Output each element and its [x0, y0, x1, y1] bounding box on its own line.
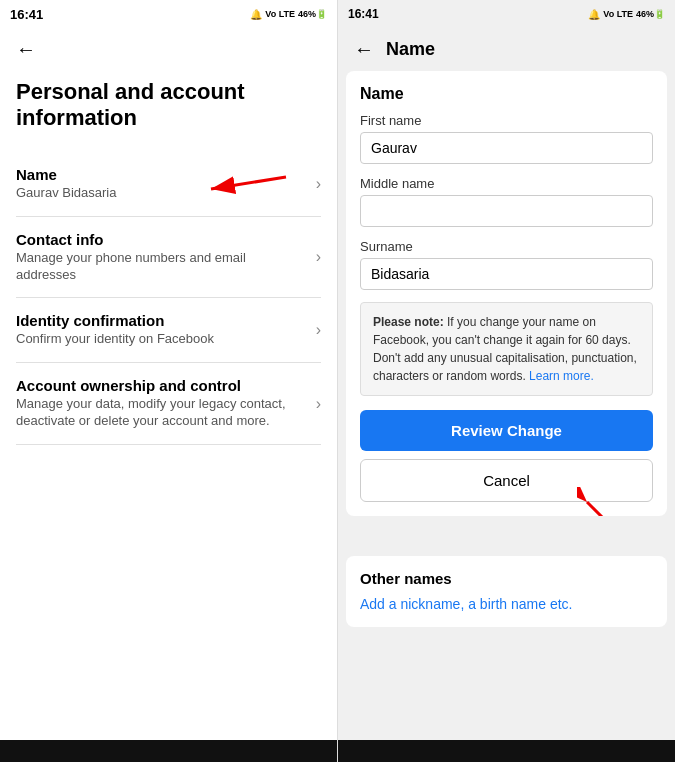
first-name-group: First name: [346, 113, 667, 176]
battery-icon: 46%🔋: [298, 9, 327, 19]
chevron-icon-contact: ›: [316, 248, 321, 266]
arrow-spacer: [346, 526, 667, 556]
cancel-container: Cancel: [346, 459, 667, 502]
first-name-input[interactable]: [360, 132, 653, 164]
menu-item-contact-text: Contact info Manage your phone numbers a…: [16, 231, 308, 284]
notification-icon: 🔔: [250, 9, 262, 20]
back-button-right[interactable]: ←: [354, 38, 374, 61]
chevron-icon-account: ›: [316, 395, 321, 413]
page-title: Personal and account information: [16, 79, 321, 132]
menu-item-contact-subtitle: Manage your phone numbers and email addr…: [16, 250, 308, 284]
menu-item-identity-text: Identity confirmation Confirm your ident…: [16, 312, 308, 348]
signal-icon-right: Vo LTE: [603, 9, 633, 19]
chevron-icon-identity: ›: [316, 321, 321, 339]
menu-item-account-subtitle: Manage your data, modify your legacy con…: [16, 396, 308, 430]
other-names-card: Other names Add a nickname, a birth name…: [346, 556, 667, 627]
menu-item-contact-title: Contact info: [16, 231, 308, 248]
back-button-left[interactable]: ←: [16, 38, 36, 61]
bottom-bar-left: [0, 740, 337, 762]
status-bar-right: 16:41 🔔 Vo LTE 46%🔋: [338, 0, 675, 28]
menu-item-identity-subtitle: Confirm your identity on Facebook: [16, 331, 308, 348]
notification-icon-right: 🔔: [588, 9, 600, 20]
name-card: Name First name Middle name Surname Plea…: [346, 71, 667, 516]
svg-line-3: [587, 502, 637, 516]
right-header: ← Name: [338, 28, 675, 71]
menu-item-name-text: Name Gaurav Bidasaria: [16, 166, 308, 202]
signal-battery-right: 🔔 Vo LTE 46%🔋: [588, 9, 665, 20]
surname-group: Surname: [346, 239, 667, 302]
middle-name-group: Middle name: [346, 176, 667, 239]
menu-item-account[interactable]: Account ownership and control Manage you…: [16, 363, 321, 445]
signal-battery-left: 🔔 Vo LTE 46%🔋: [250, 9, 327, 20]
chevron-icon-name: ›: [316, 175, 321, 193]
time-left: 16:41: [10, 7, 43, 22]
menu-item-account-title: Account ownership and control: [16, 377, 308, 394]
left-panel: 16:41 🔔 Vo LTE 46%🔋 ← Personal and accou…: [0, 0, 338, 762]
menu-item-name-subtitle: Gaurav Bidasaria: [16, 185, 308, 202]
right-panel: 16:41 🔔 Vo LTE 46%🔋 ← Name Name First na…: [338, 0, 675, 762]
surname-input[interactable]: [360, 258, 653, 290]
first-name-label: First name: [360, 113, 653, 128]
left-header: ←: [0, 28, 337, 67]
other-names-title: Other names: [360, 570, 653, 587]
middle-name-label: Middle name: [360, 176, 653, 191]
status-bar-left: 16:41 🔔 Vo LTE 46%🔋: [0, 0, 337, 28]
menu-item-name[interactable]: Name Gaurav Bidasaria ›: [16, 152, 321, 217]
other-names-link[interactable]: Add a nickname, a birth name etc.: [360, 596, 572, 612]
left-content: Personal and account information Name Ga…: [0, 67, 337, 740]
surname-label: Surname: [360, 239, 653, 254]
menu-item-identity[interactable]: Identity confirmation Confirm your ident…: [16, 298, 321, 363]
battery-icon-right: 46%🔋: [636, 9, 665, 19]
name-section-title: Name: [346, 71, 667, 113]
learn-more-link[interactable]: Learn more.: [529, 369, 594, 383]
menu-item-identity-title: Identity confirmation: [16, 312, 308, 329]
cancel-button[interactable]: Cancel: [360, 459, 653, 502]
middle-name-input[interactable]: [360, 195, 653, 227]
menu-item-name-title: Name: [16, 166, 308, 183]
menu-item-account-text: Account ownership and control Manage you…: [16, 377, 308, 430]
review-change-button[interactable]: Review Change: [360, 410, 653, 451]
notice-bold: Please note:: [373, 315, 444, 329]
right-content: Name First name Middle name Surname Plea…: [338, 71, 675, 740]
time-right: 16:41: [348, 7, 379, 21]
notice-box: Please note: If you change your name on …: [360, 302, 653, 396]
menu-item-contact[interactable]: Contact info Manage your phone numbers a…: [16, 217, 321, 299]
bottom-bar-right: [338, 740, 675, 762]
right-header-title: Name: [386, 39, 435, 60]
signal-icon: Vo LTE: [265, 9, 295, 19]
